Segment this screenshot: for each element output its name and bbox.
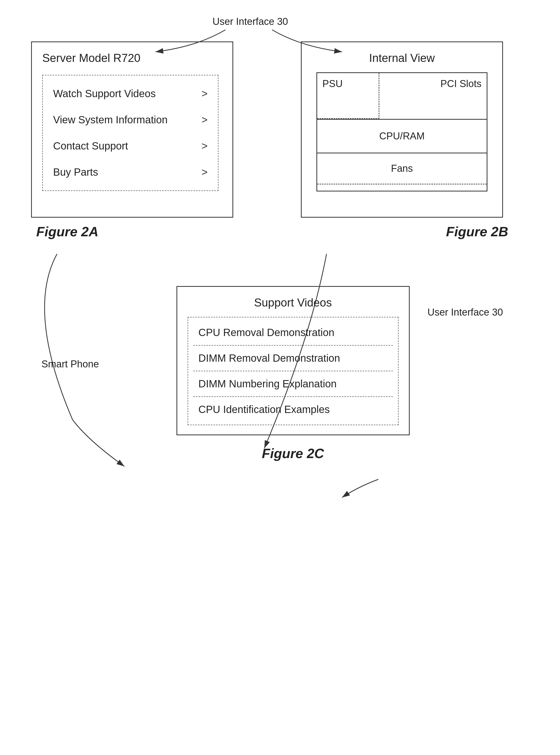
menu-item-view-system-label: View System Information xyxy=(53,114,168,126)
menu-item-view-system-arrow: > xyxy=(202,114,207,126)
bottom-section: Smart Phone User Interface 30 Support Vi… xyxy=(16,286,544,461)
cpu-ram-label: CPU/RAM xyxy=(379,130,424,142)
fig2a-menu: Watch Support Videos > View System Infor… xyxy=(42,75,218,191)
fig2c-list: CPU Removal Demonstration DIMM Removal D… xyxy=(187,317,399,425)
menu-item-watch-support-label: Watch Support Videos xyxy=(53,88,156,100)
fig2c-item-4[interactable]: CPU Identification Examples xyxy=(193,397,393,422)
psu-label: PSU xyxy=(322,78,343,89)
menu-item-watch-support[interactable]: Watch Support Videos > xyxy=(51,81,210,107)
fig2b-fans-cell: Fans xyxy=(317,154,487,184)
menu-item-watch-support-arrow: > xyxy=(202,88,207,100)
menu-item-buy-parts-arrow: > xyxy=(202,166,207,178)
menu-item-contact-support-label: Contact Support xyxy=(53,140,128,152)
fig2b-psu-cell: PSU xyxy=(317,73,379,119)
menu-item-buy-parts-label: Buy Parts xyxy=(53,166,98,178)
fig2c-ui-label: User Interface 30 xyxy=(427,307,503,318)
menu-item-buy-parts[interactable]: Buy Parts > xyxy=(51,159,210,185)
fig2c-item-2[interactable]: DIMM Removal Demonstration xyxy=(193,346,393,371)
fig2c-box: Support Videos CPU Removal Demonstration… xyxy=(177,286,410,435)
fig2b-container: Internal View PSU PCI Slots CPU/RAM xyxy=(301,36,513,239)
fig2b-cpu-cell: CPU/RAM xyxy=(317,120,487,154)
fans-label: Fans xyxy=(391,163,413,174)
fig2b-pci-cell: PCI Slots xyxy=(379,73,487,119)
fig2a-container: Server Model R720 Watch Support Videos >… xyxy=(31,36,244,239)
fig2c-label: Figure 2C xyxy=(262,446,324,461)
fig2c-item-3[interactable]: DIMM Numbering Explanation xyxy=(193,371,393,397)
pci-slots-label: PCI Slots xyxy=(441,78,481,89)
fig2a-box: Server Model R720 Watch Support Videos >… xyxy=(31,41,233,218)
smartphone-label: Smart Phone xyxy=(41,359,99,370)
fig2b-box-title: Internal View xyxy=(312,52,492,64)
fig2a-box-title: Server Model R720 xyxy=(42,52,222,64)
page-container: User Interface 30 Server Model R720 Watc… xyxy=(0,0,560,755)
fig2b-inner: PSU PCI Slots CPU/RAM Fans xyxy=(316,72,487,191)
fig2b-box: Internal View PSU PCI Slots CPU/RAM xyxy=(301,41,503,218)
fig2a-label: Figure 2A xyxy=(31,224,244,239)
menu-item-view-system[interactable]: View System Information > xyxy=(51,107,210,133)
ui-label-top: User Interface 30 xyxy=(213,16,288,27)
fig2b-label: Figure 2B xyxy=(301,224,513,239)
fig2c-item-1[interactable]: CPU Removal Demonstration xyxy=(193,320,393,346)
menu-item-contact-support[interactable]: Contact Support > xyxy=(51,133,210,159)
top-row: Server Model R720 Watch Support Videos >… xyxy=(16,36,544,239)
fig2c-box-title: Support Videos xyxy=(187,296,399,309)
menu-item-contact-support-arrow: > xyxy=(202,140,207,152)
